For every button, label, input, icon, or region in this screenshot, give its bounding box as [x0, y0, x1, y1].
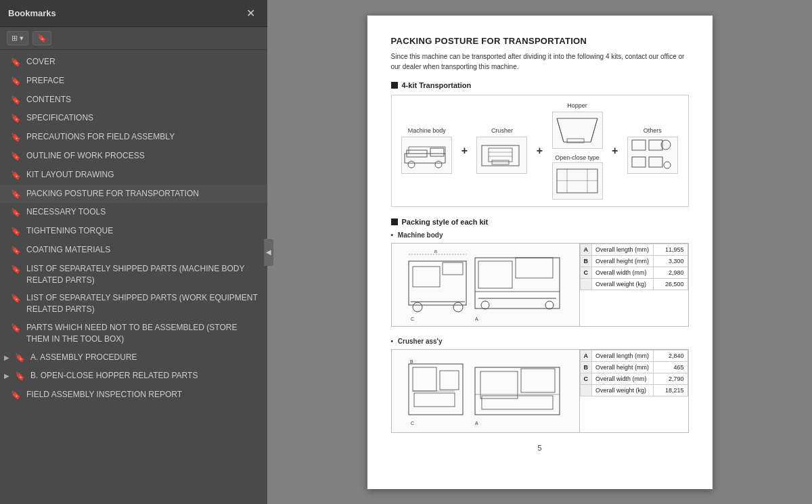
spec-row: Overall weight (kg)18,215	[580, 384, 687, 396]
spec-key	[580, 278, 592, 290]
svg-point-39	[545, 301, 554, 309]
expand-icon[interactable]: ▶	[4, 353, 9, 363]
bookmark-item-parts-not[interactable]: 🔖PARTS WHICH NEED NOT TO BE ASSEMBLED (S…	[0, 319, 267, 348]
bookmark-item-tightening[interactable]: 🔖TIGHTENING TORQUE	[0, 222, 267, 241]
page-subtitle: Since this machine can be transported af…	[391, 51, 689, 72]
svg-text:C: C	[411, 317, 414, 321]
open-close-label: Open-close type	[555, 154, 600, 161]
svg-rect-46	[440, 371, 459, 390]
machine-body-section: • Machine body C	[391, 231, 689, 327]
kit-hopper: Hopper	[552, 102, 603, 149]
svg-rect-28	[413, 267, 440, 287]
page-container: PACKING POSTURE FOR TRANSPORTATION Since…	[367, 16, 713, 489]
bookmark-item-assembly[interactable]: ▶🔖A. ASSEMBLY PROCEDURE	[0, 348, 267, 367]
svg-rect-35	[478, 261, 512, 288]
bookmark-page-icon: 🔖	[11, 151, 21, 162]
bookmark-label: FIELD ASSEMBLY INSPECTION REPORT	[26, 389, 182, 400]
spec-row: Overall weight (kg)26,500	[580, 278, 687, 290]
view-options-button[interactable]: ⊞ ▾	[7, 31, 28, 45]
svg-rect-34	[475, 258, 560, 308]
bookmark-label: CONTENTS	[26, 94, 71, 106]
svg-rect-48	[414, 393, 455, 407]
bookmark-page-icon: 🔖	[11, 95, 21, 106]
bookmark-item-kit-layout[interactable]: 🔖KIT LAYOUT DRAWING	[0, 166, 267, 185]
svg-text:A: A	[475, 421, 478, 426]
machine-body-svg	[403, 140, 451, 170]
spec-value: 2,980	[653, 267, 687, 278]
svg-text:C: C	[411, 421, 414, 426]
bookmark-item-precautions[interactable]: 🔖PRECAUTIONS FOR FIELD ASSEMBLY	[0, 128, 267, 147]
svg-rect-9	[489, 148, 512, 162]
spec-value: 2,840	[653, 350, 687, 361]
bookmark-item-list-work[interactable]: 🔖LIST OF SEPARATELY SHIPPED PARTS (WORK …	[0, 289, 267, 319]
expand-icon[interactable]: ▶	[4, 371, 9, 381]
bookmark-page-icon: 🔖	[11, 293, 21, 304]
kit-machine-label: Machine body	[408, 127, 446, 134]
sidebar-header: Bookmarks ✕	[0, 0, 267, 27]
view-icon: ⊞	[12, 34, 18, 43]
plus2: +	[537, 145, 543, 157]
spec-key: C	[580, 267, 592, 278]
kit-crusher: Crusher	[476, 127, 527, 174]
bookmark-page-icon: 🔖	[11, 57, 21, 68]
bookmark-page-icon: 🔖	[11, 132, 21, 143]
bookmark-page-icon: 🔖	[11, 264, 21, 275]
bookmark-item-preface[interactable]: 🔖PREFACE	[0, 72, 267, 91]
svg-rect-21	[632, 140, 646, 150]
svg-rect-8	[482, 145, 519, 166]
spec-key: B	[580, 361, 592, 373]
svg-rect-29	[443, 262, 463, 275]
close-button[interactable]: ✕	[242, 5, 259, 21]
svg-point-30	[413, 302, 422, 312]
svg-line-14	[557, 118, 564, 142]
spec-row: BOverall height (mm)465	[580, 361, 687, 373]
bookmark-label: KIT LAYOUT DRAWING	[26, 169, 114, 181]
spec-name: Overall height (mm)	[592, 361, 654, 373]
bookmark-item-outline[interactable]: 🔖OUTLINE OF WORK PROCESS	[0, 147, 267, 166]
bookmark-label: SPECIFICATIONS	[26, 112, 93, 124]
bookmark-item-necessary[interactable]: 🔖NECESSARY TOOLS	[0, 203, 267, 222]
bookmark-label: PACKING POSTURE FOR TRANSPORTATION	[26, 188, 199, 200]
bookmark-item-packing[interactable]: 🔖PACKING POSTURE FOR TRANSPORTATION	[0, 185, 267, 204]
sidebar-title: Bookmarks	[8, 8, 56, 18]
svg-rect-23	[632, 157, 646, 167]
machine-body-detail-svg: C A B	[407, 248, 563, 322]
bookmark-item-coating[interactable]: 🔖COATING MATERIALS	[0, 241, 267, 260]
bookmark-icon: 🔖	[37, 34, 47, 43]
bookmark-item-contents[interactable]: 🔖CONTENTS	[0, 91, 267, 110]
svg-rect-52	[521, 369, 555, 392]
chevron-left-icon: ◀	[266, 248, 271, 256]
bookmark-add-button[interactable]: 🔖	[32, 31, 51, 45]
spec-row: COverall width (mm)2,790	[580, 373, 687, 384]
view-dropdown-icon: ▾	[20, 34, 24, 43]
spec-value: 465	[653, 361, 687, 373]
bookmark-item-cover[interactable]: 🔖COVER	[0, 53, 267, 72]
svg-rect-0	[405, 154, 445, 163]
section1-title: 4-kit Transportation	[402, 81, 472, 89]
kit-others: Others	[627, 127, 678, 174]
bookmark-item-list-machine[interactable]: 🔖LIST OF SEPARATELY SHIPPED PARTS (MACHI…	[0, 260, 267, 290]
bookmark-page-icon: 🔖	[11, 226, 21, 237]
spec-name: Overall width (mm)	[592, 373, 654, 384]
spec-name: Overall weight (kg)	[592, 278, 654, 290]
svg-point-31	[453, 302, 463, 312]
bookmark-label: LIST OF SEPARATELY SHIPPED PARTS (WORK E…	[26, 292, 262, 315]
bookmark-page-icon: 🔖	[15, 352, 25, 364]
svg-rect-44	[409, 364, 463, 415]
machine-body-specs: AOverall length (mm)11,955BOverall heigh…	[580, 244, 688, 326]
section2-bullet	[391, 219, 398, 225]
spec-value: 2,790	[653, 373, 687, 384]
spec-row: AOverall length (mm)11,955	[580, 244, 687, 255]
bookmark-label: COATING MATERIALS	[26, 244, 110, 256]
spec-key: C	[580, 373, 592, 384]
kit-machine-body: Machine body	[401, 127, 452, 174]
kit-crusher-label: Crusher	[491, 127, 513, 134]
spec-row: COverall width (mm)2,980	[580, 267, 687, 278]
bookmark-item-specifications[interactable]: 🔖SPECIFICATIONS	[0, 109, 267, 128]
bookmark-item-inspection[interactable]: 🔖FIELD ASSEMBLY INSPECTION REPORT	[0, 386, 267, 405]
bookmark-item-open-close[interactable]: ▶🔖B. OPEN-CLOSE HOPPER RELATED PARTS	[0, 367, 267, 386]
kit-others-image	[627, 137, 678, 174]
bookmark-label: B. OPEN-CLOSE HOPPER RELATED PARTS	[30, 370, 198, 382]
bookmark-page-icon: 🔖	[15, 371, 25, 382]
collapse-handle[interactable]: ◀	[264, 239, 273, 266]
